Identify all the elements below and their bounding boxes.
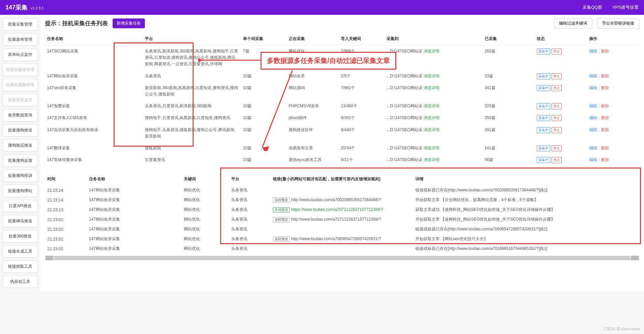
cell-action: 编辑|删除 (587, 100, 640, 112)
status-badge: 采集中 (537, 73, 550, 79)
sidebar-item-13[interactable]: 批量神马推送 (3, 215, 38, 227)
edit-button[interactable]: 编辑 (589, 85, 597, 90)
stop-button[interactable]: 停止 (552, 157, 562, 163)
stop-button[interactable]: 停止 (552, 48, 562, 54)
edit-button[interactable]: 编辑 (589, 74, 597, 78)
sidebar-item-17[interactable]: 伪原创工具 (3, 275, 38, 288)
sidebar-item-9[interactable]: 批量搜狗反馈 (3, 154, 38, 167)
sidebar-item-16[interactable]: 链接抓取工具 (3, 260, 38, 273)
export-errors-button[interactable]: 导出全部错误链接 (597, 18, 639, 29)
delete-button[interactable]: 删除 (601, 127, 609, 132)
cell-status: 采集中停止 (535, 142, 587, 154)
horizontal-scrollbar[interactable] (45, 256, 639, 260)
edit-filter-button[interactable]: 编辑过滤关键词 (554, 18, 592, 29)
log-url[interactable]: https://www.toutiao.com/a707112263715771… (291, 207, 383, 212)
sidebar-item-12[interactable]: 百度API推送 (3, 200, 38, 212)
edit-button[interactable]: 编辑 (589, 146, 597, 150)
log-row: 21:23:14:147网站收录采集网站优化头条资讯链接或标题已存在[http:… (45, 185, 639, 195)
stop-button[interactable]: 停止 (552, 115, 562, 121)
log-col-link: 链接(量小的网站可能没有匹配，如需要可群内反馈增加规则) (271, 173, 413, 185)
preview-button[interactable]: 远程预览 (273, 197, 290, 203)
stop-button[interactable]: 停止 (552, 103, 562, 109)
log-url[interactable]: http://www.toutiao.com/a7069654728657420… (291, 236, 381, 241)
log-time: 21:23:14: (45, 185, 87, 195)
col-single: 单个词采集 (241, 33, 287, 45)
cell-platform: 头条资讯,百度资讯,新浪新闻,360新闻 (143, 100, 241, 112)
view-detail-link[interactable]: 浏览详情 (424, 146, 440, 150)
page-title: 提示：挂机采集任务列表 (45, 20, 108, 27)
log-url[interactable]: http://www.toutiao.com/a7071122637157712… (291, 217, 381, 222)
cell-collected: 255篇 (483, 112, 535, 124)
stop-button[interactable]: 停止 (552, 145, 562, 151)
main-content: 提示：挂机采集任务列表 新增采集任务 编辑过滤关键词 导出全部错误链接 任务名称… (40, 15, 644, 291)
view-detail-link[interactable]: 浏览详情 (424, 85, 440, 90)
delete-button[interactable]: 删除 (601, 74, 609, 78)
cell-platform: 搜狗知乎,头条资讯,搜狐新闻,搜狗公众号,腾讯新闻,新浪新闻 (143, 124, 241, 142)
view-detail-link[interactable]: 浏览详情 (424, 104, 440, 108)
log-task: 147网站收录采集 (87, 205, 182, 215)
cell-name: 147翻译采集 (45, 142, 143, 154)
stop-button[interactable]: 停止 (552, 73, 562, 79)
sidebar-item-2[interactable]: 发布站点监控 (3, 48, 38, 61)
brand-name: 147采集 (5, 4, 28, 11)
view-detail-link[interactable]: 浏览详情 (424, 115, 440, 120)
sidebar-item-5[interactable]: 批量排名监控 (3, 94, 38, 106)
cell-running: 网站收录 (287, 70, 339, 82)
delete-button[interactable]: 删除 (601, 49, 609, 53)
stop-button[interactable]: 停止 (552, 127, 562, 133)
edit-button[interactable]: 编辑 (589, 115, 597, 120)
log-detail: 链接或标题已存在[http://www.toutiao.com/a7069654… (413, 224, 639, 234)
link-vps-settings[interactable]: VPS拔号设置 (612, 4, 639, 10)
sidebar-item-4[interactable]: 批量短视频管理 (3, 79, 38, 91)
cell-running: 易优eyou发布工具 (287, 154, 339, 166)
log-url[interactable]: http://www.toutiao.com/a7002098535617364… (291, 197, 381, 202)
edit-button[interactable]: 编辑 (589, 49, 597, 53)
log-platform: 头条资讯 (229, 215, 271, 224)
delete-button[interactable]: 删除 (601, 157, 609, 162)
log-time: 21:23:02: (45, 234, 87, 244)
new-task-button[interactable]: 新增采集任务 (113, 18, 145, 28)
delete-button[interactable]: 删除 (601, 85, 609, 90)
stop-button[interactable]: 停止 (552, 85, 562, 91)
delete-button[interactable]: 删除 (601, 115, 609, 120)
view-detail-link[interactable]: 浏览详情 (424, 127, 440, 132)
sidebar-item-3[interactable]: 批量自媒体管理 (3, 64, 38, 76)
cell-name: 147seo排名采集 (45, 82, 143, 100)
sidebar-item-6[interactable]: 收录数据查询 (3, 109, 38, 121)
delete-button[interactable]: 删除 (601, 146, 609, 150)
sidebar-item-1[interactable]: 批量发布管理 (3, 33, 38, 46)
link-qq-group[interactable]: 采集QQ群 (582, 4, 602, 10)
preview-button[interactable]: 远程预览 (273, 217, 290, 222)
cell-dest: ...D:\147SEO网站采 浏览详情 (385, 82, 482, 100)
cell-platform: 搜狗知乎,百度资讯,凤凰新闻,百度知道,搜狗资讯 (143, 112, 241, 124)
sidebar-item-15[interactable]: 链接生成工具 (3, 245, 38, 258)
edit-button[interactable]: 编辑 (589, 157, 597, 162)
col-action: 操作 (587, 33, 640, 45)
sidebar-item-11[interactable]: 批量搜狗绑站 (3, 185, 38, 197)
cell-name: 147SEO网站采集 (45, 45, 143, 70)
cell-single: 10篇 (241, 70, 287, 82)
edit-button[interactable]: 编辑 (589, 104, 597, 108)
log-keyword: 网站优化 (182, 205, 229, 215)
view-detail-link[interactable]: 浏览详情 (424, 74, 440, 78)
view-detail-link[interactable]: 浏览详情 (424, 157, 440, 162)
sidebar-item-8[interactable]: 搜狗验证推送 (3, 139, 38, 152)
log-task: 147网站收录采集 (87, 195, 182, 205)
preview-button[interactable]: 远程预览 (273, 236, 290, 242)
edit-button[interactable]: 编辑 (589, 127, 597, 132)
status-badge: 采集中 (537, 85, 550, 91)
sidebar-item-0[interactable]: 批量采集管理 (3, 18, 38, 31)
log-time: 21:23:02: (45, 244, 87, 254)
cell-action: 编辑|删除 (587, 124, 640, 142)
col-task-name: 任务名称 (45, 33, 143, 45)
delete-button[interactable]: 删除 (601, 104, 609, 108)
sidebar-item-7[interactable]: 批量搜狗推送 (3, 124, 38, 137)
status-badge: 采集中 (537, 157, 550, 163)
sidebar-item-10[interactable]: 批量搜狗投诉 (3, 170, 38, 182)
log-detail: 获取文章成功 【途网科技_网站SEO优化如何做_关于SEO优化详细操作步骤】 (413, 205, 639, 215)
preview-button[interactable]: 本地预览 (273, 207, 290, 213)
cell-platform: 新浪新闻,360新闻,凤凰新闻,百度知道,搜狗资讯,搜狗公众号,搜狐新闻 (143, 82, 241, 100)
view-detail-link[interactable]: 浏览详情 (424, 49, 440, 53)
cell-collected: 260篇 (483, 45, 535, 70)
sidebar-item-14[interactable]: 批量360推送 (3, 230, 38, 243)
